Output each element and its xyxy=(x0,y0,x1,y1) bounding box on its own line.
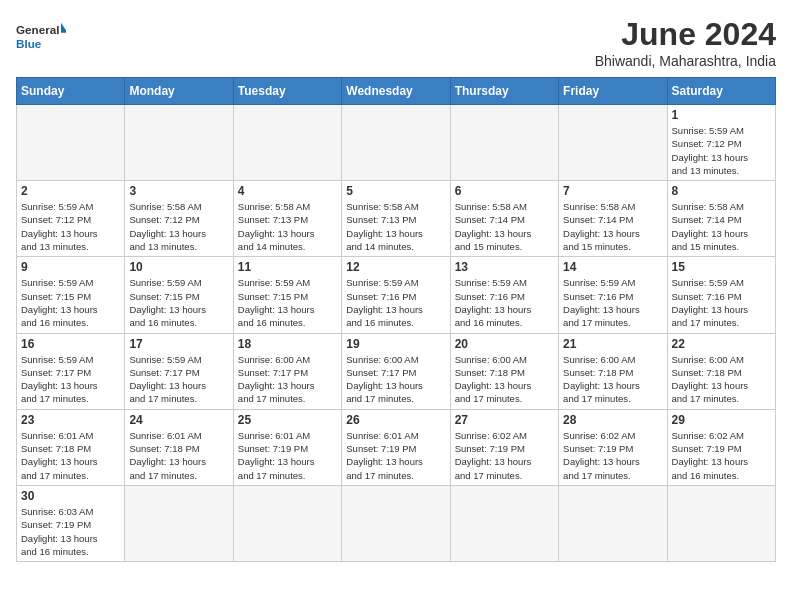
calendar-cell: 11Sunrise: 5:59 AMSunset: 7:15 PMDayligh… xyxy=(233,257,341,333)
day-sun-info: Sunrise: 6:01 AMSunset: 7:18 PMDaylight:… xyxy=(129,429,228,482)
weekday-header-friday: Friday xyxy=(559,78,667,105)
day-number: 4 xyxy=(238,184,337,198)
calendar-cell: 13Sunrise: 5:59 AMSunset: 7:16 PMDayligh… xyxy=(450,257,558,333)
day-number: 30 xyxy=(21,489,120,503)
calendar-cell: 21Sunrise: 6:00 AMSunset: 7:18 PMDayligh… xyxy=(559,333,667,409)
calendar-cell xyxy=(233,105,341,181)
day-number: 7 xyxy=(563,184,662,198)
title-block: June 2024 Bhiwandi, Maharashtra, India xyxy=(595,16,776,69)
day-sun-info: Sunrise: 5:59 AMSunset: 7:12 PMDaylight:… xyxy=(672,124,771,177)
calendar-cell: 2Sunrise: 5:59 AMSunset: 7:12 PMDaylight… xyxy=(17,181,125,257)
calendar-cell: 20Sunrise: 6:00 AMSunset: 7:18 PMDayligh… xyxy=(450,333,558,409)
day-sun-info: Sunrise: 5:59 AMSunset: 7:16 PMDaylight:… xyxy=(563,276,662,329)
calendar-week-row: 16Sunrise: 5:59 AMSunset: 7:17 PMDayligh… xyxy=(17,333,776,409)
day-sun-info: Sunrise: 6:02 AMSunset: 7:19 PMDaylight:… xyxy=(672,429,771,482)
day-sun-info: Sunrise: 6:01 AMSunset: 7:19 PMDaylight:… xyxy=(238,429,337,482)
day-sun-info: Sunrise: 5:58 AMSunset: 7:13 PMDaylight:… xyxy=(346,200,445,253)
day-sun-info: Sunrise: 5:59 AMSunset: 7:17 PMDaylight:… xyxy=(129,353,228,406)
day-sun-info: Sunrise: 5:58 AMSunset: 7:14 PMDaylight:… xyxy=(455,200,554,253)
day-number: 1 xyxy=(672,108,771,122)
day-number: 11 xyxy=(238,260,337,274)
day-number: 19 xyxy=(346,337,445,351)
calendar-cell: 23Sunrise: 6:01 AMSunset: 7:18 PMDayligh… xyxy=(17,409,125,485)
calendar-week-row: 9Sunrise: 5:59 AMSunset: 7:15 PMDaylight… xyxy=(17,257,776,333)
day-sun-info: Sunrise: 5:59 AMSunset: 7:16 PMDaylight:… xyxy=(672,276,771,329)
day-number: 5 xyxy=(346,184,445,198)
calendar-cell xyxy=(559,105,667,181)
day-sun-info: Sunrise: 5:59 AMSunset: 7:15 PMDaylight:… xyxy=(238,276,337,329)
weekday-header-tuesday: Tuesday xyxy=(233,78,341,105)
calendar-cell xyxy=(342,105,450,181)
calendar-cell: 6Sunrise: 5:58 AMSunset: 7:14 PMDaylight… xyxy=(450,181,558,257)
day-sun-info: Sunrise: 5:58 AMSunset: 7:14 PMDaylight:… xyxy=(672,200,771,253)
day-sun-info: Sunrise: 5:59 AMSunset: 7:16 PMDaylight:… xyxy=(346,276,445,329)
day-sun-info: Sunrise: 5:59 AMSunset: 7:15 PMDaylight:… xyxy=(129,276,228,329)
day-number: 23 xyxy=(21,413,120,427)
day-sun-info: Sunrise: 6:02 AMSunset: 7:19 PMDaylight:… xyxy=(455,429,554,482)
calendar-cell: 22Sunrise: 6:00 AMSunset: 7:18 PMDayligh… xyxy=(667,333,775,409)
day-sun-info: Sunrise: 5:58 AMSunset: 7:13 PMDaylight:… xyxy=(238,200,337,253)
calendar-cell xyxy=(342,485,450,561)
day-sun-info: Sunrise: 6:02 AMSunset: 7:19 PMDaylight:… xyxy=(563,429,662,482)
day-sun-info: Sunrise: 6:00 AMSunset: 7:18 PMDaylight:… xyxy=(563,353,662,406)
calendar-cell: 26Sunrise: 6:01 AMSunset: 7:19 PMDayligh… xyxy=(342,409,450,485)
calendar-cell: 16Sunrise: 5:59 AMSunset: 7:17 PMDayligh… xyxy=(17,333,125,409)
calendar-week-row: 23Sunrise: 6:01 AMSunset: 7:18 PMDayligh… xyxy=(17,409,776,485)
logo: General Blue xyxy=(16,16,66,56)
day-sun-info: Sunrise: 6:00 AMSunset: 7:17 PMDaylight:… xyxy=(346,353,445,406)
day-sun-info: Sunrise: 6:00 AMSunset: 7:18 PMDaylight:… xyxy=(672,353,771,406)
page-header: General Blue June 2024 Bhiwandi, Maharas… xyxy=(16,16,776,69)
day-number: 22 xyxy=(672,337,771,351)
calendar-cell: 10Sunrise: 5:59 AMSunset: 7:15 PMDayligh… xyxy=(125,257,233,333)
calendar-cell: 5Sunrise: 5:58 AMSunset: 7:13 PMDaylight… xyxy=(342,181,450,257)
calendar-cell: 15Sunrise: 5:59 AMSunset: 7:16 PMDayligh… xyxy=(667,257,775,333)
day-number: 8 xyxy=(672,184,771,198)
weekday-header-monday: Monday xyxy=(125,78,233,105)
calendar-cell xyxy=(233,485,341,561)
calendar-cell xyxy=(450,105,558,181)
day-number: 10 xyxy=(129,260,228,274)
day-number: 26 xyxy=(346,413,445,427)
calendar-cell: 9Sunrise: 5:59 AMSunset: 7:15 PMDaylight… xyxy=(17,257,125,333)
weekday-header-saturday: Saturday xyxy=(667,78,775,105)
calendar-week-row: 1Sunrise: 5:59 AMSunset: 7:12 PMDaylight… xyxy=(17,105,776,181)
day-number: 15 xyxy=(672,260,771,274)
day-number: 12 xyxy=(346,260,445,274)
calendar-cell xyxy=(125,485,233,561)
calendar-cell: 27Sunrise: 6:02 AMSunset: 7:19 PMDayligh… xyxy=(450,409,558,485)
svg-marker-2 xyxy=(61,23,66,33)
day-number: 20 xyxy=(455,337,554,351)
calendar-cell xyxy=(17,105,125,181)
day-sun-info: Sunrise: 5:59 AMSunset: 7:15 PMDaylight:… xyxy=(21,276,120,329)
calendar-cell: 30Sunrise: 6:03 AMSunset: 7:19 PMDayligh… xyxy=(17,485,125,561)
calendar-week-row: 30Sunrise: 6:03 AMSunset: 7:19 PMDayligh… xyxy=(17,485,776,561)
weekday-header-row: SundayMondayTuesdayWednesdayThursdayFrid… xyxy=(17,78,776,105)
day-number: 3 xyxy=(129,184,228,198)
day-sun-info: Sunrise: 6:00 AMSunset: 7:17 PMDaylight:… xyxy=(238,353,337,406)
weekday-header-wednesday: Wednesday xyxy=(342,78,450,105)
calendar-cell: 24Sunrise: 6:01 AMSunset: 7:18 PMDayligh… xyxy=(125,409,233,485)
day-sun-info: Sunrise: 5:59 AMSunset: 7:12 PMDaylight:… xyxy=(21,200,120,253)
day-number: 28 xyxy=(563,413,662,427)
calendar-cell: 4Sunrise: 5:58 AMSunset: 7:13 PMDaylight… xyxy=(233,181,341,257)
calendar-cell xyxy=(125,105,233,181)
weekday-header-thursday: Thursday xyxy=(450,78,558,105)
svg-text:General: General xyxy=(16,23,59,36)
weekday-header-sunday: Sunday xyxy=(17,78,125,105)
day-number: 9 xyxy=(21,260,120,274)
calendar-cell: 14Sunrise: 5:59 AMSunset: 7:16 PMDayligh… xyxy=(559,257,667,333)
day-number: 16 xyxy=(21,337,120,351)
day-number: 2 xyxy=(21,184,120,198)
calendar-cell: 12Sunrise: 5:59 AMSunset: 7:16 PMDayligh… xyxy=(342,257,450,333)
day-number: 6 xyxy=(455,184,554,198)
calendar-week-row: 2Sunrise: 5:59 AMSunset: 7:12 PMDaylight… xyxy=(17,181,776,257)
calendar-cell: 19Sunrise: 6:00 AMSunset: 7:17 PMDayligh… xyxy=(342,333,450,409)
calendar-cell: 3Sunrise: 5:58 AMSunset: 7:12 PMDaylight… xyxy=(125,181,233,257)
calendar-table: SundayMondayTuesdayWednesdayThursdayFrid… xyxy=(16,77,776,562)
calendar-cell xyxy=(450,485,558,561)
month-year-title: June 2024 xyxy=(595,16,776,53)
calendar-cell: 1Sunrise: 5:59 AMSunset: 7:12 PMDaylight… xyxy=(667,105,775,181)
location-label: Bhiwandi, Maharashtra, India xyxy=(595,53,776,69)
calendar-cell xyxy=(559,485,667,561)
day-sun-info: Sunrise: 5:58 AMSunset: 7:14 PMDaylight:… xyxy=(563,200,662,253)
